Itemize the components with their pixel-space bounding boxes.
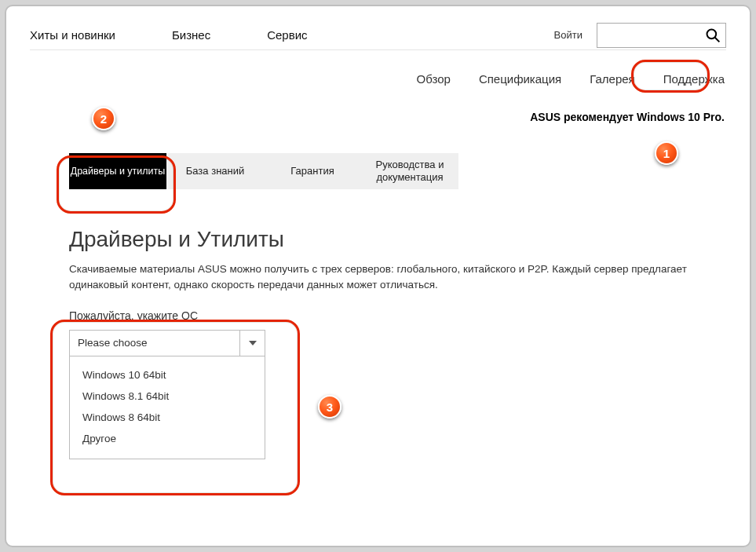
search-box[interactable]	[597, 23, 726, 48]
list-item[interactable]: Windows 8.1 64bit	[70, 386, 265, 407]
support-tabs: Драйверы и утилиты База знаний Гарантия …	[69, 153, 726, 189]
tab-warranty[interactable]: Гарантия	[264, 153, 361, 189]
search-input[interactable]	[604, 29, 705, 41]
badge-3: 3	[318, 395, 341, 419]
os-selector: Пожалуйста, укажите ОС Please choose Win…	[69, 309, 305, 459]
top-nav-item-hits[interactable]: Хиты и новинки	[30, 28, 115, 42]
tab-drivers[interactable]: Драйверы и утилиты	[69, 153, 166, 189]
tab-support[interactable]: Поддержка	[662, 69, 726, 89]
sub-nav: Обзор Спецификация Галерея Поддержка	[30, 69, 726, 89]
list-item[interactable]: Windows 10 64bit	[70, 364, 265, 386]
os-combobox-value: Please choose	[70, 337, 239, 349]
list-item[interactable]: Windows 8 64bit	[70, 407, 265, 428]
tab-specification[interactable]: Спецификация	[477, 69, 563, 89]
top-nav: Хиты и новинки Бизнес Сервис Войти	[30, 20, 726, 50]
os-combobox[interactable]: Please choose	[69, 330, 265, 356]
tab-knowledge[interactable]: База знаний	[166, 153, 264, 189]
page-title: Драйверы и Утилиты	[69, 227, 726, 252]
search-icon	[705, 27, 721, 43]
tab-overview[interactable]: Обзор	[415, 69, 452, 89]
top-nav-item-service[interactable]: Сервис	[267, 28, 307, 42]
svg-point-0	[707, 29, 717, 38]
chevron-down-icon[interactable]	[239, 331, 265, 356]
top-nav-item-business[interactable]: Бизнес	[172, 28, 210, 42]
login-link[interactable]: Войти	[554, 29, 583, 41]
recommend-text: ASUS рекомендует Windows 10 Pro.	[30, 111, 726, 123]
os-label: Пожалуйста, укажите ОС	[69, 309, 305, 322]
svg-line-1	[715, 37, 720, 42]
os-options: Windows 10 64bit Windows 8.1 64bit Windo…	[69, 356, 265, 459]
list-item[interactable]: Другое	[70, 428, 265, 449]
tab-manuals[interactable]: Руководства и документация	[361, 153, 458, 189]
tab-gallery[interactable]: Галерея	[588, 69, 637, 89]
section-desc: Скачиваемые материалы ASUS можно получит…	[69, 261, 695, 294]
